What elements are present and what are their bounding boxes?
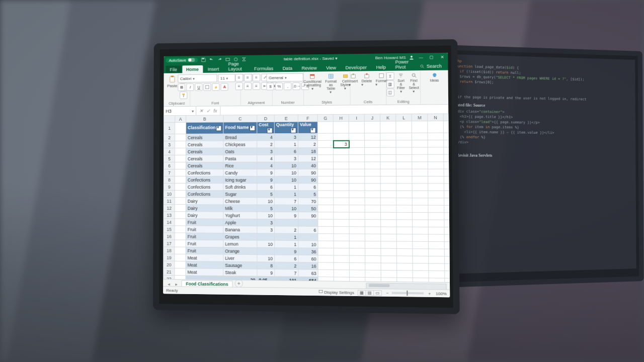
cell[interactable]: Rice: [223, 162, 257, 169]
cell[interactable]: 90: [298, 212, 318, 219]
cell[interactable]: [364, 121, 380, 133]
filter-dropdown-icon[interactable]: [250, 125, 255, 131]
cell[interactable]: [334, 255, 349, 263]
worksheet-grid[interactable]: ABCDEFGHIJKLMNO1ClassificationFood NameC…: [163, 114, 450, 283]
cell[interactable]: [380, 162, 396, 169]
cell[interactable]: [413, 249, 429, 256]
row-header[interactable]: 15: [164, 226, 175, 233]
column-header[interactable]: B: [186, 115, 223, 122]
cell[interactable]: [428, 176, 444, 184]
cell[interactable]: [318, 198, 334, 205]
cell[interactable]: 10: [257, 198, 275, 205]
cell[interactable]: 63: [298, 269, 318, 277]
cell[interactable]: [298, 233, 318, 241]
filter-dropdown-icon[interactable]: [290, 128, 296, 133]
align-center-icon[interactable]: ≡: [244, 82, 252, 90]
cell[interactable]: Yoghurt: [223, 212, 257, 219]
row-header[interactable]: 1: [164, 123, 175, 134]
cell[interactable]: Cereals: [186, 155, 223, 162]
tab-formulas[interactable]: Formulas: [250, 64, 277, 72]
row-header[interactable]: 11: [164, 198, 175, 205]
undo-icon[interactable]: [209, 57, 214, 62]
find-select-button[interactable]: Find & Select ▾: [408, 72, 420, 94]
cell[interactable]: [349, 212, 365, 219]
cell[interactable]: [349, 169, 365, 176]
cell[interactable]: Fruit: [186, 247, 223, 254]
select-all-button[interactable]: [164, 116, 175, 123]
cell[interactable]: 1: [275, 240, 298, 248]
row-header[interactable]: 4: [164, 148, 175, 155]
column-header[interactable]: M: [412, 114, 428, 121]
cell[interactable]: [365, 205, 380, 212]
cell[interactable]: [318, 248, 334, 255]
column-header[interactable]: C: [223, 115, 257, 122]
column-header[interactable]: I: [349, 114, 364, 121]
cell[interactable]: [334, 176, 349, 184]
cell[interactable]: [428, 213, 444, 220]
cell[interactable]: [334, 219, 349, 226]
cell[interactable]: [444, 234, 450, 242]
cell[interactable]: [333, 162, 349, 169]
cell[interactable]: 10: [298, 241, 318, 248]
cell[interactable]: 3: [257, 226, 275, 233]
column-header[interactable]: A: [175, 115, 186, 122]
cell[interactable]: [318, 162, 334, 169]
cell[interactable]: 9: [275, 248, 298, 255]
cell[interactable]: 7: [275, 198, 298, 205]
cell[interactable]: Meat: [186, 254, 223, 261]
cell[interactable]: [175, 191, 186, 198]
cell[interactable]: [413, 241, 429, 249]
row-header[interactable]: 12: [164, 205, 175, 212]
cell[interactable]: [412, 169, 428, 176]
align-bottom-icon[interactable]: ≡: [253, 74, 260, 81]
cell[interactable]: 10: [275, 205, 298, 212]
cell[interactable]: [428, 133, 444, 140]
cell[interactable]: [175, 134, 186, 141]
cell[interactable]: Cereals: [186, 148, 223, 155]
cell[interactable]: [175, 122, 186, 134]
cell[interactable]: 6: [275, 255, 298, 262]
cell[interactable]: Apple: [223, 219, 257, 226]
font-name-select[interactable]: Calibri: [178, 74, 217, 83]
cell[interactable]: 9: [257, 269, 275, 277]
cell[interactable]: [412, 140, 428, 147]
cell[interactable]: [396, 256, 413, 263]
cell[interactable]: Classification: [186, 122, 223, 134]
cell[interactable]: [317, 148, 333, 155]
cell[interactable]: 12: [298, 133, 317, 140]
cell[interactable]: [412, 162, 428, 169]
cell[interactable]: Sausage: [223, 261, 257, 269]
column-header[interactable]: K: [380, 114, 395, 121]
cell[interactable]: [334, 191, 349, 198]
cell[interactable]: [318, 226, 334, 233]
cell[interactable]: [444, 198, 450, 206]
cell[interactable]: Confections: [186, 176, 223, 184]
tell-me-search[interactable]: Search: [417, 62, 445, 70]
cell[interactable]: [396, 184, 413, 191]
cell[interactable]: Lemon: [223, 240, 257, 248]
cell[interactable]: [413, 234, 429, 242]
cell[interactable]: Chickpeas: [223, 141, 257, 148]
cell[interactable]: [175, 141, 186, 148]
cell[interactable]: [413, 270, 429, 278]
cell[interactable]: 3: [274, 155, 298, 162]
cell[interactable]: [428, 241, 444, 249]
cell[interactable]: [444, 256, 450, 264]
cell[interactable]: [175, 148, 186, 155]
comma-icon[interactable]: ,: [284, 82, 291, 90]
cell[interactable]: [380, 147, 396, 154]
cell[interactable]: [175, 184, 186, 191]
cell[interactable]: [175, 233, 186, 240]
cell[interactable]: 9: [257, 176, 275, 184]
cell[interactable]: [175, 169, 186, 176]
cell[interactable]: [349, 191, 365, 198]
cell[interactable]: Food Name: [223, 122, 257, 134]
cell[interactable]: [349, 162, 365, 169]
cell[interactable]: Fruit: [186, 233, 223, 240]
percent-icon[interactable]: %: [275, 82, 283, 90]
cell[interactable]: [429, 249, 445, 256]
cell[interactable]: [365, 248, 381, 256]
cell[interactable]: [428, 147, 444, 154]
cell[interactable]: [396, 147, 412, 154]
cell[interactable]: [396, 169, 412, 176]
